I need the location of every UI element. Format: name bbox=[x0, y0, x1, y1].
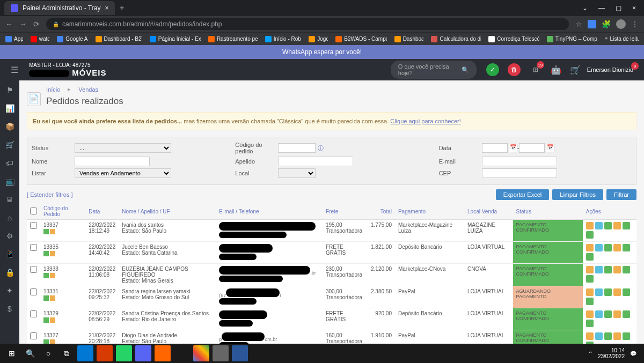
th-acoes[interactable]: Ações bbox=[583, 203, 636, 220]
action-icon[interactable] bbox=[623, 332, 630, 340]
system-tray[interactable]: ⌃ 10:14 23/02/2022 💬 bbox=[588, 347, 641, 359]
action-icon[interactable] bbox=[586, 231, 594, 239]
minimize-icon[interactable]: — bbox=[598, 4, 605, 12]
announcement-banner[interactable]: WhatsApp espera por você! bbox=[0, 45, 644, 59]
table-row[interactable]: 13329 22/02/202208:56:29 Sandra Cristina… bbox=[27, 308, 636, 330]
action-icon[interactable] bbox=[623, 244, 630, 251]
action-icon[interactable] bbox=[586, 244, 594, 251]
action-icon[interactable] bbox=[613, 332, 621, 340]
action-icon[interactable] bbox=[586, 298, 594, 305]
action-icon[interactable] bbox=[586, 266, 594, 273]
help-icon[interactable]: ⓘ bbox=[318, 144, 324, 152]
tv-icon[interactable]: 📺 bbox=[5, 177, 14, 186]
th-status[interactable]: Status bbox=[513, 203, 583, 220]
menu-icon[interactable]: ⋮ bbox=[631, 20, 639, 28]
bookmark-item[interactable]: Página Inicial - Expr... bbox=[150, 36, 201, 42]
extension-icon[interactable] bbox=[588, 20, 596, 28]
action-icon[interactable] bbox=[595, 332, 603, 340]
dollar-icon[interactable]: $ bbox=[8, 305, 12, 313]
app-icon[interactable] bbox=[155, 345, 171, 361]
outlook-app[interactable] bbox=[77, 345, 93, 361]
tray-icon[interactable]: ⌃ bbox=[588, 351, 592, 357]
th-codigo[interactable]: Código do Pedido bbox=[40, 203, 85, 220]
apelido-input[interactable] bbox=[278, 157, 353, 166]
phone-icon[interactable]: 📱 bbox=[5, 250, 14, 258]
action-icon[interactable] bbox=[586, 320, 594, 327]
bookmark-item[interactable]: Rastreamento pelo... bbox=[208, 36, 258, 42]
bookmark-item[interactable]: Jogos bbox=[309, 36, 328, 42]
bookmark-item[interactable]: Google Ads bbox=[57, 36, 87, 42]
status-select[interactable]: ... bbox=[75, 143, 171, 153]
bookmark-item[interactable]: Dashboard - B2W... bbox=[96, 36, 142, 42]
apps-button[interactable]: Apps bbox=[5, 36, 23, 42]
listar-select[interactable]: Vendas em Andamento bbox=[75, 168, 171, 178]
hamburger-icon[interactable]: ☰ bbox=[11, 65, 18, 75]
bookmark-item[interactable]: TinyPNG – Compre... bbox=[547, 36, 597, 42]
action-icon[interactable] bbox=[604, 244, 612, 251]
profile-avatar[interactable] bbox=[616, 19, 626, 29]
row-checkbox[interactable] bbox=[30, 244, 37, 251]
th-email[interactable]: E-mail / Telefone bbox=[216, 203, 323, 220]
th-nome[interactable]: Nome / Apelido / UF bbox=[119, 203, 216, 220]
bookmark-item[interactable]: Início - Roblox bbox=[265, 36, 301, 42]
word-app[interactable] bbox=[232, 345, 248, 361]
action-icon[interactable] bbox=[595, 244, 603, 251]
action-icon[interactable] bbox=[613, 244, 621, 251]
action-icon[interactable] bbox=[623, 310, 630, 318]
nome-input[interactable] bbox=[75, 157, 150, 166]
forward-icon[interactable]: → bbox=[19, 20, 27, 28]
action-icon[interactable] bbox=[623, 222, 630, 229]
chevron-down-icon[interactable]: ⌄ bbox=[582, 4, 588, 12]
notifications-icon[interactable]: 💬 bbox=[630, 351, 636, 357]
date-from-input[interactable] bbox=[482, 143, 508, 153]
screen-icon[interactable]: 🖥 bbox=[6, 195, 13, 204]
action-icon[interactable] bbox=[595, 288, 603, 296]
table-row[interactable]: 13337 22/02/202218:12:49 Ivania dos sant… bbox=[27, 220, 636, 242]
local-select[interactable] bbox=[278, 168, 316, 178]
row-checkbox[interactable] bbox=[30, 288, 37, 295]
table-row[interactable]: 13333 22/02/202211:06:08 EUZEBIA JEANE C… bbox=[27, 264, 636, 286]
cart-icon[interactable]: 🛒 bbox=[570, 65, 581, 75]
app-icon[interactable] bbox=[213, 345, 229, 361]
user-menu[interactable]: Emerson Dionizio 9 bbox=[587, 66, 633, 73]
action-icon[interactable] bbox=[623, 288, 630, 296]
search-icon[interactable]: 🔍 bbox=[21, 345, 39, 362]
action-icon[interactable] bbox=[613, 288, 621, 296]
action-icon[interactable] bbox=[595, 222, 603, 229]
action-icon[interactable] bbox=[613, 222, 621, 229]
action-icon[interactable] bbox=[586, 253, 594, 261]
action-icon[interactable] bbox=[586, 332, 594, 340]
th-total[interactable]: Total bbox=[368, 203, 395, 220]
row-checkbox[interactable] bbox=[30, 222, 37, 229]
bookmark-item[interactable]: B2WADS - Campan... bbox=[335, 36, 386, 42]
action-icon[interactable] bbox=[623, 266, 630, 273]
select-all-checkbox[interactable] bbox=[30, 208, 37, 214]
apps-icon[interactable]: ⊞19 bbox=[529, 63, 542, 76]
maximize-icon[interactable]: ▢ bbox=[616, 4, 621, 12]
lock-icon[interactable]: 🔒 bbox=[5, 268, 14, 277]
row-checkbox[interactable] bbox=[30, 332, 37, 339]
box-icon[interactable]: 📦 bbox=[5, 122, 14, 131]
whatsapp-app[interactable] bbox=[116, 345, 132, 361]
puzzle-icon[interactable]: 🧩 bbox=[602, 20, 611, 28]
th-frete[interactable]: Frete bbox=[323, 203, 368, 220]
row-checkbox[interactable] bbox=[30, 310, 37, 317]
action-icon[interactable] bbox=[586, 310, 594, 318]
date-to-input[interactable] bbox=[519, 143, 545, 153]
robot-icon[interactable]: 🤖 bbox=[551, 65, 561, 75]
flag-icon[interactable]: ⚑ bbox=[6, 86, 13, 94]
cep-input[interactable] bbox=[482, 168, 557, 178]
action-icon[interactable] bbox=[604, 332, 612, 340]
chrome-app[interactable] bbox=[193, 345, 209, 361]
calendar-icon[interactable]: 📅 bbox=[509, 144, 517, 152]
url-bar[interactable]: 🔒 camarimmoveis.com.br/admin/#/adm/pedid… bbox=[46, 18, 569, 30]
filter-button[interactable]: Filtrar bbox=[606, 189, 636, 200]
row-checkbox[interactable] bbox=[30, 266, 37, 273]
start-button[interactable]: ⊞ bbox=[3, 345, 20, 362]
gear-icon[interactable]: ⚙ bbox=[6, 232, 13, 240]
star-icon[interactable]: ✦ bbox=[6, 286, 13, 295]
action-icon[interactable] bbox=[595, 266, 603, 273]
th-local[interactable]: Local Venda bbox=[464, 203, 513, 220]
clear-button[interactable]: Limpar Filtros bbox=[552, 189, 603, 200]
th-pagamento[interactable]: Pagamento bbox=[395, 203, 464, 220]
